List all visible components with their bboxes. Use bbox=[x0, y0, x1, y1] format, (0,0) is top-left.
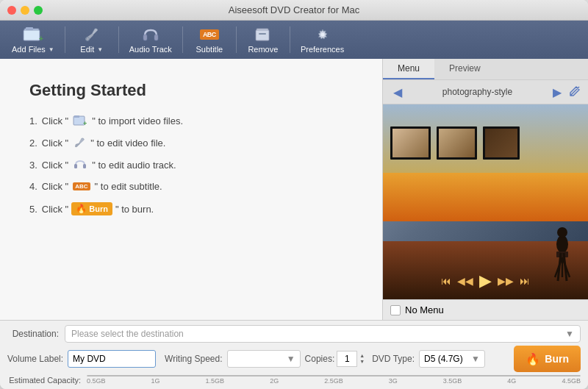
svg-text:+: + bbox=[39, 35, 43, 43]
capacity-bar-area: 0.5GB 1G 1.5GB 2G 2.5GB 3G 3.5GB 4G 4.5G… bbox=[87, 375, 581, 385]
estimated-capacity-label: Estimated Capacity: bbox=[7, 376, 81, 385]
close-button[interactable] bbox=[7, 6, 16, 15]
copies-input[interactable] bbox=[337, 351, 357, 367]
title-bar: Aiseesoft DVD Creator for Mac bbox=[0, 0, 588, 21]
photo-frame-2 bbox=[437, 126, 477, 160]
step5-burn-icon: 🔥 Burn bbox=[71, 202, 112, 215]
playback-controls: ⏮ ◀◀ ▶ ▶▶ ⏭ bbox=[383, 271, 588, 290]
app-window: Aiseesoft DVD Creator for Mac + Add File… bbox=[0, 0, 588, 389]
horizon bbox=[383, 173, 588, 221]
destination-row: Destination: Please select the destinati… bbox=[7, 325, 581, 343]
options-burn-row: Volume Label: Writing Speed: ▼ Copies: ▲… bbox=[7, 346, 581, 372]
svg-point-17 bbox=[556, 235, 568, 253]
add-files-icon: + bbox=[23, 26, 43, 43]
svg-rect-19 bbox=[556, 251, 568, 257]
headphones-icon bbox=[141, 26, 160, 43]
subtitle-button[interactable]: ABC Subtitle bbox=[187, 23, 232, 57]
svg-point-18 bbox=[557, 227, 567, 238]
sep2 bbox=[118, 26, 119, 53]
skip-forward-button[interactable]: ⏭ bbox=[520, 275, 530, 287]
destination-label: Destination: bbox=[7, 329, 59, 339]
add-files-button[interactable]: + Add Files ▼ bbox=[6, 23, 60, 57]
subtitle-label: Subtitle bbox=[196, 45, 223, 54]
tab-menu[interactable]: Menu bbox=[383, 59, 434, 79]
gear-icon bbox=[314, 26, 331, 43]
step-5: 5. Click " 🔥 Burn " to burn. bbox=[29, 202, 353, 215]
window-controls bbox=[7, 6, 43, 15]
remove-button[interactable]: Remove bbox=[241, 23, 285, 57]
sep1 bbox=[65, 26, 65, 53]
menu-nav: ◀ photography-style ▶ bbox=[383, 80, 588, 104]
left-panel: Getting Started 1. Click " + " to import… bbox=[0, 59, 382, 320]
step3-icon bbox=[73, 159, 87, 171]
sep4 bbox=[236, 26, 237, 53]
svg-rect-6 bbox=[154, 35, 158, 40]
copies-spinner: ▲ ▼ bbox=[359, 353, 365, 365]
photo-frames bbox=[390, 126, 520, 160]
svg-rect-13 bbox=[74, 115, 79, 118]
writing-speed-dropdown[interactable]: ▼ bbox=[227, 350, 301, 368]
getting-started-title: Getting Started bbox=[29, 81, 353, 100]
add-files-label: Add Files bbox=[12, 45, 46, 54]
burn-button[interactable]: 🔥 Burn bbox=[514, 346, 581, 372]
step2-icon bbox=[73, 137, 86, 149]
svg-rect-16 bbox=[83, 164, 86, 168]
fast-forward-button[interactable]: ▶▶ bbox=[498, 275, 514, 287]
copies-down[interactable]: ▼ bbox=[359, 359, 365, 365]
photo-frame-3 bbox=[483, 126, 520, 160]
edit-label: Edit bbox=[80, 45, 94, 54]
skip-back-button[interactable]: ⏮ bbox=[441, 275, 451, 287]
copies-label: Copies: bbox=[305, 354, 335, 364]
panel-tabs: Menu Preview bbox=[383, 59, 588, 80]
prev-template-button[interactable]: ◀ bbox=[390, 85, 405, 99]
wrench-icon bbox=[83, 26, 101, 43]
burn-label: Burn bbox=[545, 353, 569, 365]
remove-icon bbox=[254, 26, 272, 43]
remove-label: Remove bbox=[248, 45, 278, 54]
copies-up[interactable]: ▲ bbox=[359, 353, 365, 359]
rewind-button[interactable]: ◀◀ bbox=[457, 275, 473, 287]
maximize-button[interactable] bbox=[34, 6, 43, 15]
edit-arrow: ▼ bbox=[97, 46, 103, 53]
toolbar: + Add Files ▼ Edit ▼ bbox=[0, 21, 588, 59]
audio-track-button[interactable]: Audio Track bbox=[123, 23, 178, 57]
next-template-button[interactable]: ▶ bbox=[550, 85, 564, 99]
edit-button[interactable]: Edit ▼ bbox=[70, 23, 114, 57]
dvd-type-dropdown[interactable]: D5 (4.7G) ▼ bbox=[419, 350, 485, 368]
svg-rect-5 bbox=[143, 35, 147, 40]
abc-icon: ABC bbox=[200, 29, 219, 40]
window-title: Aiseesoft DVD Creator for Mac bbox=[229, 4, 359, 15]
tab-preview[interactable]: Preview bbox=[434, 59, 495, 79]
step1-icon: + bbox=[73, 115, 87, 126]
no-menu-checkbox[interactable] bbox=[390, 305, 401, 315]
speed-arrow: ▼ bbox=[287, 354, 295, 364]
main-content: Getting Started 1. Click " + " to import… bbox=[0, 59, 588, 320]
preferences-button[interactable]: Preferences bbox=[295, 23, 350, 57]
edit-template-button[interactable] bbox=[569, 85, 581, 99]
step-3: 3. Click " " to edit audio track. bbox=[29, 159, 353, 171]
svg-rect-8 bbox=[256, 30, 269, 40]
steps-list: 1. Click " + " to import video files. 2. bbox=[29, 115, 353, 215]
minimize-button[interactable] bbox=[21, 6, 29, 15]
play-button[interactable]: ▶ bbox=[479, 271, 492, 290]
audio-track-label: Audio Track bbox=[129, 45, 172, 54]
volume-label: Volume Label: bbox=[7, 354, 63, 364]
step-2: 2. Click " " to edit video file. bbox=[29, 137, 353, 149]
copies-row: Copies: ▲ ▼ bbox=[305, 351, 365, 367]
svg-text:+: + bbox=[83, 120, 87, 126]
dvd-type-label: DVD Type: bbox=[372, 354, 415, 364]
right-panel: Menu Preview ◀ photography-style ▶ bbox=[382, 59, 588, 320]
destination-dropdown[interactable]: Please select the destination ▼ bbox=[65, 325, 581, 343]
dvd-type-value: D5 (4.7G) bbox=[424, 354, 463, 364]
template-title: photography-style bbox=[409, 87, 545, 97]
svg-point-11 bbox=[320, 33, 324, 37]
bottom-bar: Destination: Please select the destinati… bbox=[0, 320, 588, 389]
no-menu-row: No Menu bbox=[383, 299, 588, 320]
sep5 bbox=[290, 26, 290, 53]
volume-input[interactable] bbox=[68, 350, 156, 368]
svg-rect-15 bbox=[74, 164, 77, 168]
sep3 bbox=[182, 26, 183, 53]
capacity-row: Estimated Capacity: bbox=[7, 375, 581, 385]
step4-icon: ABC bbox=[73, 182, 90, 190]
capacity-labels: 0.5GB 1G 1.5GB 2G 2.5GB 3G 3.5GB 4G 4.5G… bbox=[87, 377, 581, 385]
